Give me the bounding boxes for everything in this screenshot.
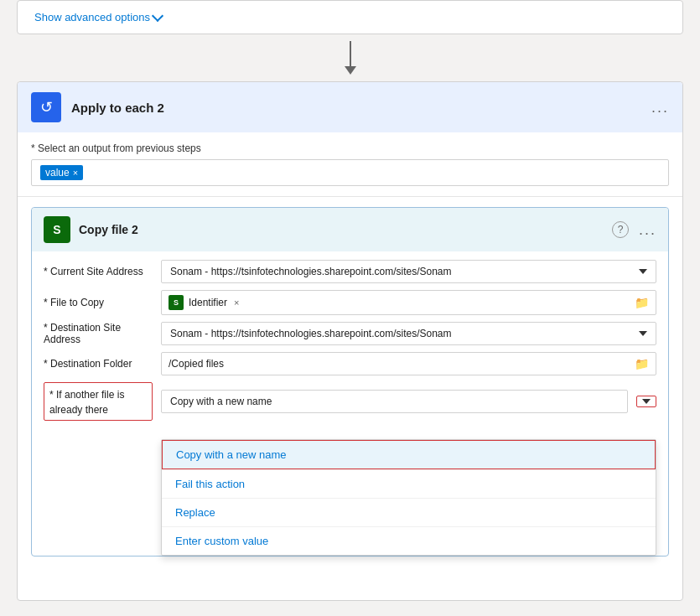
tag-value-text: value	[45, 167, 70, 179]
dropdown-item-custom-value[interactable]: Enter custom value	[162, 527, 656, 555]
sharepoint-icon: S	[44, 216, 70, 243]
arrow-line	[350, 41, 351, 66]
file-to-copy-row: * File to Copy S Identifier × 📁	[44, 290, 656, 315]
dest-folder-value: /Copied files	[169, 358, 224, 370]
dest-site-dropdown[interactable]: Sonam - https://tsinfotechnologies.share…	[161, 322, 656, 345]
select-output-input[interactable]: value ×	[31, 159, 669, 186]
dest-folder-label: * Destination Folder	[44, 358, 153, 370]
current-site-row: * Current Site Address Sonam - https://t…	[44, 260, 656, 283]
conflict-arrow-icon	[642, 399, 651, 404]
main-container: Show advanced options ↺ Apply to each 2 …	[0, 0, 700, 616]
show-advanced-label: Show advanced options	[34, 11, 150, 23]
file-to-copy-input[interactable]: S Identifier × 📁	[161, 290, 656, 315]
apply-each-left: ↺ Apply to each 2	[31, 92, 164, 122]
dropdown-item-copy-new-name[interactable]: Copy with a new name	[162, 440, 656, 469]
dropdown-item-fail-action[interactable]: Fail this action	[162, 470, 656, 498]
value-tag: value ×	[40, 165, 83, 180]
conflict-label-box: * If another file is already there	[44, 382, 153, 421]
select-output-label: * Select an output from previous steps	[31, 142, 669, 154]
copy-file-left: S Copy file 2	[44, 216, 138, 243]
show-advanced-button[interactable]: Show advanced options	[34, 11, 162, 23]
dest-site-label: * Destination Site Address	[44, 322, 153, 345]
conflict-dropdown-menu: Copy with a new name Fail this action Re…	[161, 439, 656, 556]
apply-each-icon: ↺	[31, 92, 61, 122]
folder-browse-icon[interactable]: 📁	[635, 296, 649, 309]
file-sp-icon: S	[169, 295, 184, 310]
conflict-dropdown[interactable]: Copy with a new name	[161, 390, 628, 413]
copy-file-card: S Copy file 2 ? ... * Current Site Addre…	[31, 207, 669, 556]
dropdown-item-replace[interactable]: Replace	[162, 499, 656, 526]
apply-each-card: ↺ Apply to each 2 ... * Select an output…	[17, 81, 683, 601]
apply-each-header: ↺ Apply to each 2 ...	[18, 82, 682, 132]
current-site-label: * Current Site Address	[44, 266, 153, 277]
copy-file-title: Copy file 2	[79, 223, 138, 236]
select-output-section: * Select an output from previous steps v…	[18, 132, 682, 197]
chevron-down-icon	[152, 10, 163, 22]
arrow-head	[345, 66, 356, 75]
help-button[interactable]: ?	[612, 221, 629, 238]
form-body: * Current Site Address Sonam - https://t…	[32, 251, 668, 439]
arrow-connector	[0, 34, 700, 81]
apply-icon-symbol: ↺	[40, 98, 53, 116]
conflict-row: * If another file is already there Copy …	[44, 382, 656, 421]
identifier-close[interactable]: ×	[234, 298, 239, 308]
tag-close-button[interactable]: ×	[73, 168, 78, 178]
apply-each-title: Apply to each 2	[71, 101, 164, 115]
identifier-tag: Identifier	[189, 297, 227, 308]
apply-each-more-button[interactable]: ...	[651, 99, 669, 116]
copy-file-header: S Copy file 2 ? ...	[32, 208, 668, 251]
file-tag-left: S Identifier ×	[169, 295, 239, 310]
current-site-arrow-icon	[639, 269, 647, 274]
dest-site-arrow-icon	[639, 331, 647, 336]
dest-site-value: Sonam - https://tsinfotechnologies.share…	[170, 328, 452, 339]
copy-file-more-button[interactable]: ...	[639, 221, 656, 239]
conflict-label: * If another file is already there	[49, 389, 124, 416]
conflict-value: Copy with a new name	[170, 396, 272, 407]
current-site-dropdown[interactable]: Sonam - https://tsinfotechnologies.share…	[161, 260, 656, 283]
file-to-copy-label: * File to Copy	[44, 297, 153, 308]
current-site-value: Sonam - https://tsinfotechnologies.share…	[170, 266, 452, 277]
dest-folder-browse-icon[interactable]: 📁	[635, 357, 649, 370]
dest-site-row: * Destination Site Address Sonam - https…	[44, 322, 656, 345]
top-card: Show advanced options	[17, 0, 683, 34]
dest-folder-row: * Destination Folder /Copied files 📁	[44, 352, 656, 375]
bottom-padding	[18, 567, 682, 600]
copy-file-header-right: ? ...	[612, 221, 656, 239]
arrow-down	[345, 41, 356, 75]
dest-folder-input[interactable]: /Copied files 📁	[161, 352, 656, 375]
conflict-dropdown-arrow-box[interactable]	[636, 396, 656, 407]
